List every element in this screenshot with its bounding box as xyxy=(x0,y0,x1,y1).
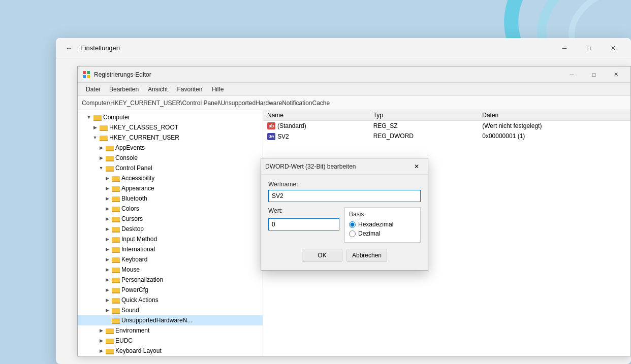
folder-icon-eudc xyxy=(106,337,114,344)
dialog-buttons: OK Abbrechen xyxy=(268,249,421,264)
svg-rect-73 xyxy=(106,333,114,334)
tree-label-environment: Environment xyxy=(115,327,149,334)
dialog-close-button[interactable]: ✕ xyxy=(409,160,424,173)
tree-label-accessibility: Accessibility xyxy=(121,175,154,182)
folder-icon-quickactions xyxy=(112,296,120,304)
tree-item-keyboard[interactable]: ▶ Keyboard xyxy=(78,254,263,264)
table-row[interactable]: ab (Standard) REG_SZ (Wert nicht festgel… xyxy=(263,121,630,131)
dialog-ok-button[interactable]: OK xyxy=(302,249,342,262)
arrow-inputmethod: ▶ xyxy=(104,236,110,242)
regedit-maximize-button[interactable]: □ xyxy=(583,68,605,82)
arrow-personalization: ▶ xyxy=(104,277,110,283)
tree-item-cursors[interactable]: ▶ Cursors xyxy=(78,214,263,224)
tree-item-personalization[interactable]: ▶ Personalization xyxy=(78,275,263,285)
tree-item-unsupported[interactable]: UnsupportedHardwareN... xyxy=(78,315,263,325)
tree-label-personalization: Personalization xyxy=(121,276,163,283)
tree-label-sound: Sound xyxy=(121,307,139,314)
arrow-environment: ▶ xyxy=(98,327,104,334)
tree-label-appearance: Appearance xyxy=(121,185,154,192)
tree-label-console: Console xyxy=(115,154,138,161)
dialog-cancel-button[interactable]: Abbrechen xyxy=(346,249,387,262)
tree-item-eudc[interactable]: ▶ EUDC xyxy=(78,336,263,346)
menu-ansicht[interactable]: Ansicht xyxy=(144,84,172,94)
settings-close-button[interactable]: ✕ xyxy=(602,40,625,56)
arrow-accessibility: ▶ xyxy=(104,175,110,181)
settings-title: Einstellungen xyxy=(80,44,120,52)
folder-icon-mouse xyxy=(112,266,120,273)
wert-input[interactable] xyxy=(268,218,339,230)
tree-item-controlpanel[interactable]: ▼ Control Panel xyxy=(78,163,263,173)
tree-item-mouse[interactable]: ▶ Mouse xyxy=(78,264,263,275)
tree-label-inputmethod: Input Method xyxy=(121,236,157,243)
menu-bearbeiten[interactable]: Bearbeiten xyxy=(105,84,143,94)
tree-item-environment[interactable]: ▶ Environment xyxy=(78,325,263,336)
regedit-close-button[interactable]: ✕ xyxy=(605,68,626,82)
folder-icon-colors xyxy=(112,205,120,212)
cell-name-sv2: dw SV2 xyxy=(263,131,369,141)
svg-rect-3 xyxy=(83,71,86,74)
tree-item-colors[interactable]: ▶ Colors xyxy=(78,204,263,214)
dword-dialog: DWORD-Wert (32-Bit) bearbeiten ✕ Wertnam… xyxy=(261,158,428,271)
arrow-sound: ▶ xyxy=(104,307,110,313)
address-text: Computer\HKEY_CURRENT_USER\Control Panel… xyxy=(82,100,330,107)
arrow-international: ▶ xyxy=(104,246,110,252)
radio-hexadezimal-label: Hexadezimal xyxy=(358,221,393,228)
table-row[interactable]: dw SV2 REG_DWORD 0x00000001 (1) xyxy=(263,131,630,141)
tree-label-computer: Computer xyxy=(103,114,130,121)
registry-tree[interactable]: ▼ Computer ▶ HKEY_CLASSES_ROOT ▼ xyxy=(78,110,263,356)
regedit-minimize-button[interactable]: ─ xyxy=(561,68,583,82)
tree-label-eudc: EUDC xyxy=(115,337,133,344)
tree-item-international[interactable]: ▶ International xyxy=(78,244,263,254)
tree-item-hkcr[interactable]: ▶ HKEY_CLASSES_ROOT xyxy=(78,122,263,133)
arrow-appevents: ▶ xyxy=(98,145,104,151)
col-header-type: Typ xyxy=(369,110,479,121)
tree-item-console[interactable]: ▶ Console xyxy=(78,153,263,163)
svg-rect-31 xyxy=(112,191,120,192)
tree-label-controlpanel: Control Panel xyxy=(115,164,152,172)
settings-back-button[interactable]: ← xyxy=(62,41,76,55)
tree-item-keyboardlayout[interactable]: ▶ Keyboard Layout xyxy=(78,346,263,356)
arrow-console: ▶ xyxy=(98,155,104,161)
settings-minimize-button[interactable]: ─ xyxy=(553,40,576,56)
radio-hexadezimal[interactable] xyxy=(349,221,356,228)
settings-window-controls: ─ □ ✕ xyxy=(553,40,625,56)
tree-item-desktop[interactable]: ▶ Desktop xyxy=(78,224,263,234)
regedit-titlebar: Registrierungs-Editor ─ □ ✕ xyxy=(78,67,630,83)
radio-dezimal-label: Dezimal xyxy=(358,230,380,237)
tree-item-quickactions[interactable]: ▶ Quick Actions xyxy=(78,295,263,305)
svg-rect-19 xyxy=(106,150,114,151)
arrow-eudc: ▶ xyxy=(98,338,104,344)
tree-item-bluetooth[interactable]: ▶ Bluetooth xyxy=(78,193,263,204)
wertname-input[interactable] xyxy=(268,190,421,202)
settings-titlebar: ← Einstellungen ─ □ ✕ xyxy=(56,38,631,58)
svg-rect-6 xyxy=(87,75,90,78)
tree-item-sound[interactable]: ▶ Sound xyxy=(78,305,263,315)
tree-item-powercfg[interactable]: ▶ PowerCfg xyxy=(78,285,263,295)
arrow-powercfg: ▶ xyxy=(104,287,110,293)
settings-maximize-button[interactable]: □ xyxy=(577,40,601,56)
menu-datei[interactable]: Datei xyxy=(82,84,104,94)
tree-item-inputmethod[interactable]: ▶ Input Method xyxy=(78,234,263,244)
dialog-titlebar: DWORD-Wert (32-Bit) bearbeiten ✕ xyxy=(261,158,428,175)
svg-rect-64 xyxy=(112,303,120,304)
svg-rect-52 xyxy=(112,262,120,263)
arrow-keyboardlayout: ▶ xyxy=(98,348,104,354)
tree-item-appearance[interactable]: ▶ Appearance xyxy=(78,183,263,193)
values-table: Name Typ Daten ab (Standard) REG_SZ xyxy=(263,110,630,141)
arrow-desktop: ▶ xyxy=(104,226,110,232)
tree-item-appevents[interactable]: ▶ AppEvents xyxy=(78,143,263,153)
menu-favoriten[interactable]: Favoriten xyxy=(173,84,206,94)
radio-dezimal[interactable] xyxy=(349,230,356,237)
arrow-mouse: ▶ xyxy=(104,267,110,273)
tree-label-hkcr: HKEY_CLASSES_ROOT xyxy=(109,124,178,131)
menu-hilfe[interactable]: Hilfe xyxy=(207,84,228,94)
tree-item-accessibility[interactable]: ▶ Accessibility xyxy=(78,173,263,183)
svg-rect-5 xyxy=(83,75,86,78)
regedit-title: Registrierungs-Editor xyxy=(94,71,561,78)
svg-rect-70 xyxy=(112,323,120,324)
tree-item-computer[interactable]: ▼ Computer xyxy=(78,112,263,122)
tree-item-hkcu[interactable]: ▼ HKEY_CURRENT_USER xyxy=(78,133,263,143)
tree-label-bluetooth: Bluetooth xyxy=(121,195,147,202)
folder-icon-computer xyxy=(93,114,102,121)
svg-rect-37 xyxy=(112,211,120,212)
